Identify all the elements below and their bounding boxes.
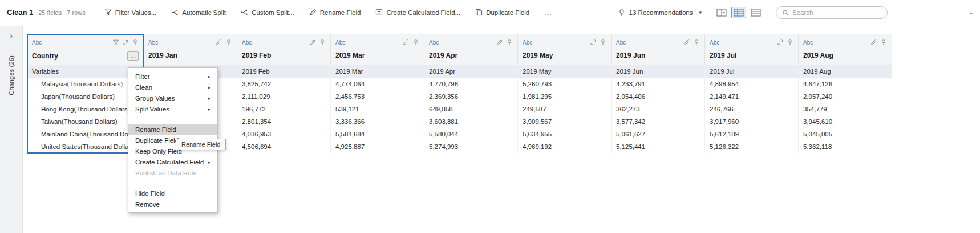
search-box[interactable] [776, 6, 888, 19]
cell[interactable]: 3,917,960 [705, 115, 799, 128]
cell[interactable]: 4,647,126 [799, 78, 892, 90]
column-header[interactable]: Abc2019 Apr [424, 34, 518, 65]
field-type-label[interactable]: Abc [242, 39, 252, 46]
menu-item-filter[interactable]: Filter▸ [128, 71, 217, 82]
field-name[interactable]: 2019 May [523, 51, 553, 59]
field-recommendations-icon[interactable] [506, 39, 513, 46]
cell[interactable]: 2019 Mar [331, 65, 424, 78]
field-type-label[interactable]: Abc [523, 39, 532, 46]
menu-item-create-calculated-field[interactable]: Create Calculated Field▸ [128, 156, 217, 167]
column-header[interactable]: Abc2019 May [518, 34, 612, 65]
cell[interactable]: 5,612,189 [705, 128, 799, 140]
cell[interactable]: 4,036,953 [237, 128, 331, 140]
more-options-button[interactable]: … [544, 8, 553, 17]
column-header[interactable]: Abc2019 Aug [799, 34, 892, 65]
field-options-button[interactable]: … [127, 51, 139, 61]
cell[interactable]: United States(Thousand Dollars) [27, 140, 144, 153]
column-header[interactable]: Abc2019 Jul [705, 34, 799, 65]
cell[interactable]: 2,054,406 [612, 90, 705, 103]
filter-icon[interactable] [112, 39, 119, 46]
field-type-label[interactable]: Abc [335, 39, 345, 46]
edit-field-icon[interactable] [122, 39, 129, 46]
cell[interactable]: 2019 Jun [612, 65, 705, 78]
cell[interactable]: 5,061,627 [612, 128, 705, 140]
cell[interactable]: Variables [27, 65, 144, 78]
create-calculated-field-button[interactable]: Create Calculated Field... [375, 9, 460, 16]
edit-field-icon[interactable] [496, 39, 503, 46]
edit-field-icon[interactable] [777, 39, 784, 46]
cell[interactable]: 5,580,044 [424, 128, 518, 140]
cell[interactable]: 5,634,955 [518, 128, 612, 140]
rename-field-button[interactable]: Rename Field [309, 9, 361, 16]
menu-item-rename-field[interactable]: Rename Field [128, 124, 217, 135]
edit-field-icon[interactable] [683, 39, 690, 46]
cell[interactable]: 4,969,192 [518, 140, 612, 153]
automatic-split-button[interactable]: Automatic Split [171, 9, 226, 16]
cell[interactable]: 3,945,610 [799, 115, 892, 128]
field-recommendations-icon[interactable] [693, 39, 700, 46]
menu-item-group-values[interactable]: Group Values▸ [128, 93, 217, 103]
field-type-label[interactable]: Abc [148, 39, 158, 46]
column-header[interactable]: Abc2019 Mar [331, 34, 424, 65]
cell[interactable]: 2,149,471 [705, 90, 799, 103]
cell[interactable]: 354,779 [799, 103, 892, 115]
field-name[interactable]: Country [32, 52, 58, 60]
field-name[interactable]: 2019 Jun [616, 51, 645, 59]
search-input[interactable] [792, 9, 881, 16]
field-type-label[interactable]: Abc [710, 39, 719, 46]
cell[interactable]: 362,273 [612, 103, 705, 115]
cell[interactable]: 3,336,366 [331, 115, 424, 128]
field-type-label[interactable]: Abc [32, 39, 42, 46]
field-recommendations-icon[interactable] [787, 39, 793, 46]
list-view-button[interactable] [748, 7, 763, 18]
cell[interactable]: 2019 Aug [799, 65, 892, 78]
duplicate-field-button[interactable]: Duplicate Field [475, 9, 529, 16]
cell[interactable]: Mainland China(Thousand Dollars) [27, 128, 144, 140]
changes-panel-label[interactable]: Changes (26) [8, 55, 15, 95]
cell[interactable]: 1,981,295 [518, 90, 612, 103]
cell[interactable]: 4,774,064 [331, 78, 424, 90]
field-recommendations-icon[interactable] [225, 39, 232, 46]
cell[interactable]: 5,260,793 [518, 78, 612, 90]
cell[interactable]: 649,858 [424, 103, 518, 115]
profile-and-data-view-button[interactable] [714, 7, 729, 18]
cell[interactable]: 2,369,356 [424, 90, 518, 103]
cell[interactable]: 2,111,029 [237, 90, 331, 103]
field-name[interactable]: 2019 Feb [242, 51, 271, 59]
data-grid-view-button[interactable] [731, 7, 746, 18]
field-type-label[interactable]: Abc [803, 39, 813, 46]
cell[interactable]: 4,898,954 [705, 78, 799, 90]
cell[interactable]: Hong Kong(Thousand Dollars) [27, 103, 144, 115]
field-recommendations-icon[interactable] [600, 39, 606, 46]
cell[interactable]: Malaysia(Thousand Dollars) [27, 78, 144, 90]
cell[interactable]: 5,362,118 [799, 140, 892, 153]
field-recommendations-icon[interactable] [132, 39, 139, 46]
field-name[interactable]: 2019 Jul [710, 51, 736, 59]
cell[interactable]: Taiwan(Thousand Dollars) [27, 115, 144, 128]
cell[interactable]: Japan(Thousand Dollars) [27, 90, 144, 103]
menu-item-clean[interactable]: Clean▸ [128, 82, 217, 93]
cell[interactable]: 196,772 [237, 103, 331, 115]
column-header[interactable]: Abc2019 Jun [612, 34, 705, 65]
cell[interactable]: 3,909,567 [518, 115, 612, 128]
cell[interactable]: 2019 Feb [237, 65, 331, 78]
cell[interactable]: 5,584,684 [331, 128, 424, 140]
cell[interactable]: 2,456,753 [331, 90, 424, 103]
cell[interactable]: 2,057,240 [799, 90, 892, 103]
cell[interactable]: 3,825,742 [237, 78, 331, 90]
cell[interactable]: 2019 Jul [705, 65, 799, 78]
cell[interactable]: 246,766 [705, 103, 799, 115]
cell[interactable]: 3,603,881 [424, 115, 518, 128]
cell[interactable]: 4,506,694 [237, 140, 331, 153]
edit-field-icon[interactable] [403, 39, 410, 46]
menu-item-hide-field[interactable]: Hide Field [128, 188, 217, 199]
edit-field-icon[interactable] [309, 39, 316, 46]
menu-item-split-values[interactable]: Split Values▸ [128, 103, 217, 114]
cell[interactable]: 4,770,798 [424, 78, 518, 90]
field-recommendations-icon[interactable] [319, 39, 326, 46]
cell[interactable]: 249,587 [518, 103, 612, 115]
cell[interactable]: 3,577,342 [612, 115, 705, 128]
cell[interactable]: 2019 May [518, 65, 612, 78]
edit-field-icon[interactable] [590, 39, 597, 46]
column-header[interactable]: Abc2019 Feb [237, 34, 331, 65]
